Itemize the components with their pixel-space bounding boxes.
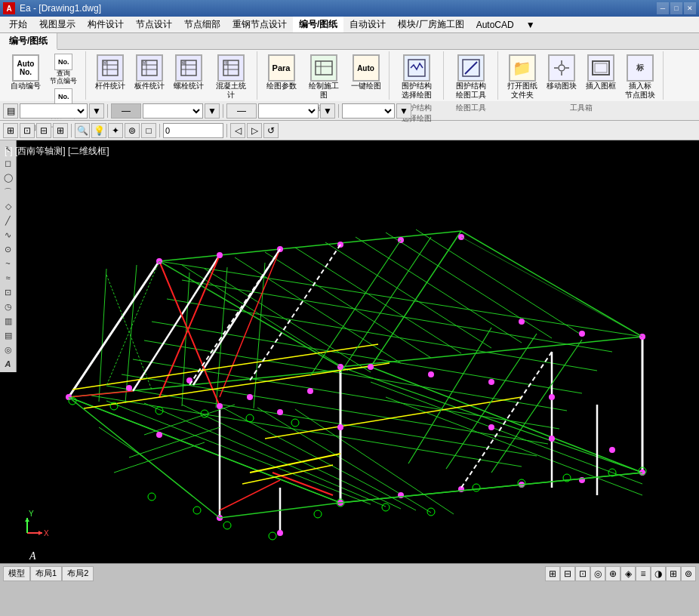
layer-select[interactable]: ByLayer [20, 103, 88, 119]
insert-frame-button[interactable]: 插入图框 [583, 53, 619, 92]
menu-node-detail[interactable]: 节点细部 [178, 17, 226, 32]
tspace-btn[interactable]: ◑ [651, 566, 666, 581]
light-btn[interactable]: 💡 [91, 123, 106, 138]
color-dropdown-btn[interactable]: ▼ [205, 103, 220, 119]
tb-nav-2[interactable]: ▷ [247, 123, 262, 138]
lt-polygon-tool[interactable]: ◇ [2, 199, 15, 213]
group-content-construction: Para 绘图参数 绘制施工图 Auto 一键绘图 [263, 53, 384, 101]
layout2-tab[interactable]: 布局2 [62, 566, 94, 581]
ribbon-group-enclosure: 围护结构选择绘图 围护结构选择绘图 [391, 51, 444, 100]
close-button[interactable]: ✕ [684, 2, 696, 14]
minimize-button[interactable]: ─ [657, 2, 669, 14]
linetype-icon: — [226, 103, 257, 119]
lweight-btn[interactable]: ≡ [636, 566, 651, 581]
layout1-tab[interactable]: 布局1 [30, 566, 62, 581]
svg-point-108 [428, 371, 434, 377]
enclosure-draw-tool-button[interactable]: 围护结构绘图工具 [453, 53, 489, 101]
insert-mark-button[interactable]: 标 插入标节点图块 [622, 53, 658, 101]
polar-btn[interactable]: ◎ [590, 566, 605, 581]
tb-nav-3[interactable]: ↺ [263, 123, 279, 138]
tb-icon-4[interactable]: ⊞ [53, 123, 68, 138]
maximize-button[interactable]: □ [670, 2, 682, 14]
tb-icon-5[interactable]: ✦ [108, 123, 123, 138]
lt-clock-tool[interactable]: ◷ [2, 300, 15, 313]
one-click-draw-button[interactable]: Auto 一键绘图 [348, 53, 384, 92]
lt-grid-tool[interactable]: ▥ [2, 314, 15, 328]
svg-point-94 [217, 252, 223, 258]
lt-hatch-tool[interactable]: ⊡ [2, 285, 15, 299]
tb-icon-1[interactable]: ⊞ [3, 123, 18, 138]
bolt-stats-button[interactable]: 螺 螺栓统计 [171, 53, 207, 92]
bar-stats-label: 杆件统计 [95, 82, 125, 91]
one-click-draw-label: 一键绘图 [351, 82, 381, 91]
svg-point-119 [609, 447, 615, 453]
lt-wave-tool[interactable]: ~ [2, 257, 15, 270]
cad-viewport[interactable]: [-] [西南等轴测] [二维线框] [0, 140, 699, 563]
ortho-btn[interactable]: ⊡ [575, 566, 590, 581]
tb-icon-7[interactable]: □ [141, 123, 156, 138]
color-select[interactable]: ByLayer [143, 103, 203, 119]
menu-more[interactable]: ▼ [520, 18, 541, 32]
snap-btn[interactable]: ⊞ [545, 566, 560, 581]
tab-numbering[interactable]: 编号/图纸 [0, 33, 57, 50]
command-input[interactable] [163, 123, 223, 138]
draw-construction-button[interactable]: 绘制施工图 [303, 53, 345, 101]
lt-donut-tool[interactable]: ⊙ [2, 242, 15, 256]
svg-point-103 [126, 385, 132, 391]
tb-icon-3[interactable]: ⊟ [36, 123, 51, 138]
insert-mark-label: 插入标节点图块 [625, 82, 655, 100]
bar-stats-button[interactable]: M 杆件统计 [92, 53, 128, 92]
svg-text:Y: Y [29, 510, 34, 518]
menu-autocad[interactable]: AutoCAD [470, 18, 520, 32]
left-toolbar: ↖ ◻ ◯ ⌒ ◇ ╱ ∿ ⊙ ~ ≈ ⊡ ◷ ▥ ▤ ◎ A [0, 140, 17, 372]
lt-table-tool[interactable]: ▤ [2, 328, 15, 342]
grid-btn[interactable]: ⊟ [560, 566, 575, 581]
layer-mgr-button[interactable]: ▤ [3, 103, 18, 119]
linecolor-select[interactable]: BYCOLOR [342, 103, 395, 119]
draw-params-button[interactable]: Para 绘图参数 [263, 53, 300, 92]
sel-cycling-btn[interactable]: ⊚ [681, 566, 696, 581]
zoom-in-btn[interactable]: 🔍 [75, 123, 90, 138]
plate-stats-button[interactable]: M 板件统计 [131, 53, 168, 92]
dyn-input-btn[interactable]: ◈ [620, 566, 636, 581]
lt-wave2-tool[interactable]: ≈ [2, 271, 15, 285]
ribbon-content: AutoNo. 自动编号 No. 查询节点编号 No. 查询/编辑构件编号 构件… [0, 50, 699, 101]
query-node-no-button[interactable]: No. 查询节点编号 [47, 53, 81, 86]
lt-arc-tool[interactable]: ⌒ [2, 185, 15, 199]
menu-auto-design[interactable]: 自动设计 [343, 17, 392, 32]
menu-start[interactable]: 开始 [3, 17, 33, 32]
lt-line-tool[interactable]: ╱ [2, 214, 15, 227]
move-block-button[interactable]: 移动图块 [543, 53, 580, 92]
menu-view[interactable]: 视图显示 [33, 17, 82, 32]
open-drawings-button[interactable]: 📁 打开图纸文件夹 [504, 53, 540, 101]
linecolor-dropdown-btn[interactable]: ▼ [396, 103, 411, 119]
menu-module[interactable]: 模块/厂房施工图 [392, 17, 470, 32]
enclosure-select-button[interactable]: 围护结构选择绘图 [399, 53, 435, 101]
layer-dropdown-btn[interactable]: ▼ [89, 103, 104, 119]
linetype-dropdown-btn[interactable]: ▼ [320, 103, 335, 119]
tb-icon-2[interactable]: ⊡ [20, 123, 35, 138]
tb-icon-6[interactable]: ⊚ [125, 123, 140, 138]
osnap-btn[interactable]: ⊕ [605, 566, 620, 581]
window-controls[interactable]: ─ □ ✕ [657, 2, 696, 14]
auto-no-button[interactable]: AutoNo. 自动编号 [8, 53, 44, 92]
lt-circle-tool[interactable]: ◯ [2, 171, 15, 184]
lt-rect-tool[interactable]: ◻ [2, 156, 15, 170]
qprop-btn[interactable]: ⊞ [666, 566, 681, 581]
model-tab[interactable]: 模型 [3, 566, 30, 581]
group-content-drawing-tools: 围护结构绘图工具 [453, 53, 489, 101]
tb-nav-1[interactable]: ◁ [230, 123, 245, 138]
lt-spline-tool[interactable]: ∿ [2, 228, 15, 242]
concrete-stats-icon: 混 [217, 54, 245, 82]
title-bar: A Ea - [Drawing1.dwg] ─ □ ✕ [0, 0, 699, 17]
bolt-stats-icon: 螺 [175, 54, 202, 82]
linetype-select[interactable]: ByLayer [258, 103, 319, 119]
menu-component-design[interactable]: 构件设计 [82, 17, 130, 32]
menu-node-design[interactable]: 节点设计 [130, 17, 178, 32]
menu-heavy-steel[interactable]: 重钢节点设计 [226, 17, 293, 32]
lt-target-tool[interactable]: ◎ [2, 343, 15, 356]
menu-numbering[interactable]: 编号/图纸 [293, 17, 343, 32]
lt-text-tool[interactable]: A [2, 357, 15, 371]
concrete-stats-button[interactable]: 混 混凝土统计 [210, 53, 252, 101]
group-label-toolbox: 工具箱 [570, 103, 593, 113]
